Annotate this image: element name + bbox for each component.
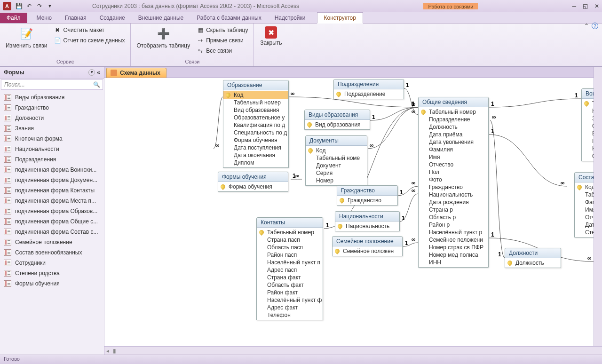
field[interactable]: Адрес пасп <box>257 266 323 274</box>
table-semeynoe[interactable]: Семейное положениеСемейное положен <box>332 236 403 256</box>
field[interactable]: Адрес факт <box>257 304 323 311</box>
table-obrazovanie[interactable]: ОбразованиеКодТабельный номерВид образов… <box>223 80 289 168</box>
field[interactable]: Гражданство <box>419 183 488 191</box>
field[interactable]: Семейное положени <box>419 236 488 244</box>
help-icon[interactable]: ? <box>592 23 598 29</box>
qat-redo-icon[interactable]: ↷ <box>35 1 44 11</box>
nav-item[interactable]: Звания <box>0 123 104 134</box>
tab-create[interactable]: Создание <box>93 13 132 23</box>
field[interactable]: Страна р <box>419 206 488 214</box>
nav-item[interactable]: подчиненная форма Воински... <box>0 165 104 175</box>
field[interactable]: Район р <box>419 221 488 229</box>
field[interactable]: Населённый пункт р <box>419 229 488 236</box>
field[interactable]: Дата поступления <box>223 144 288 151</box>
field[interactable]: Телефон <box>257 311 323 319</box>
field[interactable]: Специальность по д <box>223 129 288 136</box>
field[interactable]: Область факт <box>257 281 323 289</box>
field[interactable]: Подразделение <box>419 116 488 123</box>
field[interactable]: Семейное положен <box>333 247 402 255</box>
field[interactable]: Номер страх св ПФР <box>419 244 488 251</box>
tab-home[interactable]: Главная <box>58 13 93 23</box>
field[interactable]: Номер <box>306 177 367 184</box>
clear-layout-button[interactable]: ✖ Очистить макет <box>52 25 127 35</box>
table-title[interactable]: Формы обучения <box>218 172 288 182</box>
field[interactable]: Гражданство <box>337 197 397 204</box>
field[interactable]: Код <box>306 147 367 154</box>
field[interactable]: Вид образования <box>305 121 370 128</box>
nav-search-input[interactable] <box>1 79 103 90</box>
field[interactable]: Пол <box>419 168 488 176</box>
nav-dropdown-icon[interactable]: ▾ <box>88 69 95 76</box>
edit-links-button[interactable]: 📝 Изменить связи <box>4 24 49 51</box>
scroll-left-icon[interactable]: ◂ <box>104 348 111 354</box>
table-title[interactable]: Национальности <box>335 212 399 222</box>
tab-dbtools[interactable]: Работа с базами данных <box>190 13 268 23</box>
field[interactable]: ИНН <box>419 259 488 266</box>
minimize-icon[interactable]: ─ <box>572 3 576 9</box>
table-nation[interactable]: НациональностиНациональность <box>335 211 400 231</box>
nav-item[interactable]: подчиненная форма Места п... <box>0 196 104 206</box>
field[interactable]: Национальность <box>419 191 488 198</box>
field[interactable]: Национальность <box>335 222 399 230</box>
field[interactable]: Образовательное у <box>223 114 288 121</box>
qat-undo-icon[interactable]: ↶ <box>24 1 34 11</box>
relationships-canvas[interactable]: ∞11∞1∞1∞∞11∞1∞1∞11111∞1∞∞1∞1∞1∞1∞ Образо… <box>104 78 602 355</box>
scroll-handle[interactable]: ▮ <box>111 348 118 354</box>
tab-menu[interactable]: Меню <box>30 13 58 23</box>
table-title[interactable]: Документы <box>306 136 367 146</box>
table-title[interactable]: Контакты <box>257 218 323 228</box>
nav-item[interactable]: Виды образования <box>0 92 104 103</box>
nav-item[interactable]: Семейное положение <box>0 237 104 247</box>
restore-icon[interactable]: ◱ <box>583 3 588 9</box>
nav-item[interactable]: подчиненная форма Контакты <box>0 185 104 196</box>
field[interactable]: Квалификация по д <box>223 121 288 129</box>
tab-external[interactable]: Внешние данные <box>132 13 190 23</box>
hide-table-button[interactable]: ▦ Скрыть таблицу <box>195 25 250 35</box>
field[interactable]: Подразделение <box>334 90 404 98</box>
ribbon-minimize-icon[interactable]: ⌃ <box>584 23 589 29</box>
field[interactable]: Фамилия <box>419 146 488 153</box>
table-obshchie[interactable]: Общие сведенияТабельный номерПодразделен… <box>418 97 489 268</box>
tab-addins[interactable]: Надстройки <box>268 13 312 23</box>
nav-item[interactable]: Гражданство <box>0 103 104 113</box>
field[interactable]: Табельный номер <box>257 229 323 236</box>
table-dolzhnosti[interactable]: ДолжностиДолжность <box>505 248 561 268</box>
nav-item[interactable]: Национальности <box>0 144 104 154</box>
field[interactable]: Должность <box>505 259 561 267</box>
nav-item[interactable]: подчиненная форма Докумен... <box>0 175 104 185</box>
field[interactable]: Дата приёма <box>419 131 488 138</box>
field[interactable]: Диплом <box>223 159 288 166</box>
nav-item[interactable]: Состав военнообязанных <box>0 247 104 258</box>
table-title[interactable]: Общие сведения <box>419 97 488 107</box>
file-tab[interactable]: Файл <box>0 13 27 23</box>
close-icon[interactable]: ✕ <box>594 3 599 9</box>
field[interactable]: Область пасп <box>257 244 323 251</box>
nav-item[interactable]: подчиненная форма Состав с... <box>0 227 104 237</box>
table-kontakty[interactable]: КонтактыТабельный номерСтрана паспОбласт… <box>256 217 323 320</box>
table-grazhd[interactable]: ГражданствоГражданство <box>337 185 398 206</box>
nav-item[interactable]: Сотрудники <box>0 258 104 268</box>
nav-header[interactable]: Формы ▾ « <box>0 67 104 79</box>
field[interactable]: Дата окончания <box>223 151 288 159</box>
table-formy[interactable]: Формы обученияФорма обучения <box>218 172 288 192</box>
qat-customize-icon[interactable]: ▼ <box>45 1 55 11</box>
close-button[interactable]: ✖ Закрыть <box>258 24 284 48</box>
field[interactable]: Форма обучения <box>218 183 288 190</box>
table-title[interactable]: Должности <box>505 248 561 258</box>
field[interactable]: Населённый пункт п <box>257 259 323 266</box>
schema-report-button[interactable]: 📄 Отчет по схеме данных <box>52 36 127 45</box>
direct-links-button[interactable]: ⇢ Прямые связи <box>195 36 250 45</box>
field[interactable]: Табельный номер <box>419 108 488 116</box>
tab-designer[interactable]: Конструктор <box>317 12 363 24</box>
table-podrazd[interactable]: ПодразделенияПодразделение <box>333 79 404 99</box>
nav-item[interactable]: Формы обучения <box>0 278 104 289</box>
field[interactable]: Форма обучения <box>223 136 288 144</box>
field[interactable]: Имя <box>419 153 488 161</box>
field[interactable]: Дата рождения <box>419 198 488 206</box>
field[interactable]: Табельный номер <box>223 99 288 106</box>
table-title[interactable]: Подразделения <box>334 79 404 89</box>
field[interactable]: Должность <box>419 123 488 131</box>
field[interactable]: Вид образования <box>223 106 288 114</box>
table-title[interactable]: Образование <box>223 80 288 90</box>
field[interactable]: Страна факт <box>257 274 323 281</box>
